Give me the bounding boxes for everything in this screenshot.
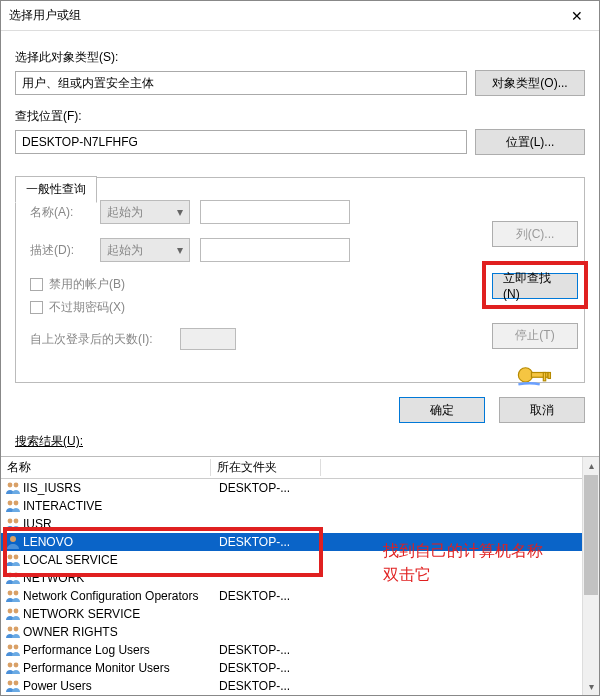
result-name: Network Configuration Operators [23, 589, 213, 603]
name-input[interactable] [200, 200, 350, 224]
svg-point-20 [14, 627, 19, 632]
cancel-button[interactable]: 取消 [499, 397, 585, 423]
nonexpiring-password-checkbox[interactable] [30, 301, 43, 314]
svg-point-7 [14, 501, 19, 506]
group-icon [5, 660, 21, 676]
scroll-up-icon[interactable]: ▴ [583, 457, 599, 474]
column-header-folder[interactable]: 所在文件夹 [211, 459, 321, 476]
results-scrollbar[interactable]: ▴ ▾ [582, 457, 599, 695]
svg-point-17 [8, 609, 13, 614]
svg-point-18 [14, 609, 19, 614]
columns-button[interactable]: 列(C)... [492, 221, 578, 247]
svg-rect-2 [543, 372, 545, 380]
result-name: OWNER RIGHTS [23, 625, 213, 639]
svg-point-15 [8, 591, 13, 596]
result-name: INTERACTIVE [23, 499, 213, 513]
result-row[interactable]: OWNER RIGHTS [1, 623, 599, 641]
annotation-highlight-find: 立即查找(N) [482, 261, 588, 309]
desc-input[interactable] [200, 238, 350, 262]
svg-point-6 [8, 501, 13, 506]
svg-point-0 [518, 367, 532, 381]
result-folder: DESKTOP-... [213, 643, 290, 657]
svg-point-9 [14, 519, 19, 524]
result-row[interactable]: Performance Monitor UsersDESKTOP-... [1, 659, 599, 677]
svg-point-5 [14, 483, 19, 488]
column-header-name[interactable]: 名称 [1, 459, 211, 476]
svg-point-4 [8, 483, 13, 488]
location-field: DESKTOP-N7LFHFG [15, 130, 467, 154]
name-combo[interactable]: 起始为▾ [100, 200, 190, 224]
days-since-login-label: 自上次登录后的天数(I): [30, 331, 170, 348]
close-button[interactable]: ✕ [554, 1, 599, 31]
days-since-login-spinner[interactable] [180, 328, 236, 350]
nonexpiring-password-label: 不过期密码(X) [49, 299, 125, 316]
svg-point-23 [8, 663, 13, 668]
result-folder: DESKTOP-... [213, 679, 290, 693]
chevron-down-icon: ▾ [177, 243, 183, 257]
result-row[interactable]: IIS_IUSRSDESKTOP-... [1, 479, 599, 497]
result-row[interactable]: Network Configuration OperatorsDESKTOP-.… [1, 587, 599, 605]
chevron-down-icon: ▾ [177, 205, 183, 219]
svg-point-16 [14, 591, 19, 596]
annotation-highlight-row [3, 527, 323, 577]
desc-label: 描述(D): [30, 242, 90, 259]
location-label: 查找位置(F): [15, 108, 585, 125]
svg-point-21 [8, 645, 13, 650]
group-icon [5, 642, 21, 658]
group-icon [5, 678, 21, 694]
name-label: 名称(A): [30, 204, 90, 221]
result-row[interactable]: INTERACTIVE [1, 497, 599, 515]
desc-combo[interactable]: 起始为▾ [100, 238, 190, 262]
svg-point-25 [8, 681, 13, 686]
result-row[interactable]: Power UsersDESKTOP-... [1, 677, 599, 695]
result-name: IIS_IUSRS [23, 481, 213, 495]
group-icon [5, 498, 21, 514]
tab-general-query[interactable]: 一般性查询 [15, 176, 97, 203]
group-icon [5, 588, 21, 604]
result-row[interactable]: Performance Log UsersDESKTOP-... [1, 641, 599, 659]
result-row[interactable]: NETWORK SERVICE [1, 605, 599, 623]
dialog-title: 选择用户或组 [1, 7, 554, 24]
object-type-field: 用户、组或内置安全主体 [15, 71, 467, 95]
ok-button[interactable]: 确定 [399, 397, 485, 423]
group-icon [5, 606, 21, 622]
object-types-button[interactable]: 对象类型(O)... [475, 70, 585, 96]
result-folder: DESKTOP-... [213, 481, 290, 495]
svg-point-26 [14, 681, 19, 686]
svg-point-8 [8, 519, 13, 524]
result-folder: DESKTOP-... [213, 661, 290, 675]
results-label: 搜索结果(U): [1, 429, 599, 456]
locations-button[interactable]: 位置(L)... [475, 129, 585, 155]
svg-rect-3 [548, 372, 550, 378]
annotation-text: 找到自己的计算机名称 双击它 [383, 539, 543, 587]
result-folder: DESKTOP-... [213, 589, 290, 603]
stop-button: 停止(T) [492, 323, 578, 349]
result-name: Power Users [23, 679, 213, 693]
find-now-button[interactable]: 立即查找(N) [492, 273, 578, 299]
object-type-label: 选择此对象类型(S): [15, 49, 585, 66]
result-name: NETWORK SERVICE [23, 607, 213, 621]
disabled-accounts-label: 禁用的帐户(B) [49, 276, 125, 293]
result-name: Performance Monitor Users [23, 661, 213, 675]
svg-point-19 [8, 627, 13, 632]
scroll-thumb[interactable] [584, 475, 598, 595]
result-name: Performance Log Users [23, 643, 213, 657]
scroll-down-icon[interactable]: ▾ [583, 678, 599, 695]
svg-point-22 [14, 645, 19, 650]
group-icon [5, 480, 21, 496]
svg-point-24 [14, 663, 19, 668]
disabled-accounts-checkbox[interactable] [30, 278, 43, 291]
group-icon [5, 624, 21, 640]
key-icon [516, 363, 554, 387]
